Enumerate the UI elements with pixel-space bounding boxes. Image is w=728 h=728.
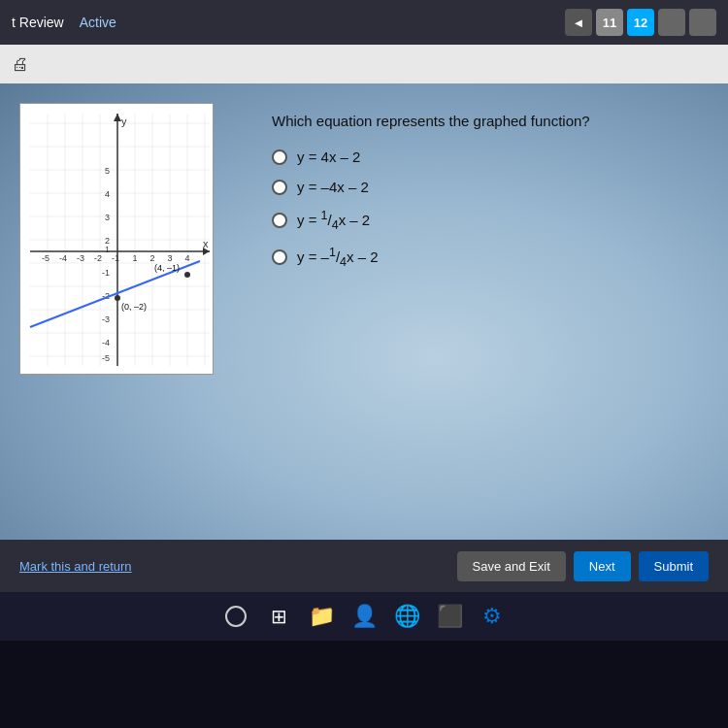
nav-placeholder	[658, 9, 685, 36]
nav-page11-button[interactable]: 11	[596, 9, 623, 36]
edge-icon[interactable]: 🌐	[393, 603, 420, 630]
svg-text:4: 4	[105, 189, 110, 199]
answer-option-3[interactable]: y = 1/4x – 2	[272, 209, 689, 232]
svg-text:(4, –1): (4, –1)	[154, 263, 180, 273]
mark-return-link[interactable]: Mark this and return	[19, 559, 132, 574]
radio-button-1[interactable]	[272, 149, 287, 165]
svg-text:4: 4	[184, 253, 189, 263]
question-text: Which equation represents the graphed fu…	[272, 113, 689, 129]
status-badge: Active	[80, 15, 116, 30]
svg-text:-5: -5	[102, 353, 110, 363]
bottom-space	[0, 641, 728, 728]
svg-text:-4: -4	[59, 253, 67, 263]
search-taskbar-icon[interactable]	[222, 603, 249, 630]
coordinate-graph: x y -5 -4 -3 -2 -1 1 2 3 4 5 4 3 2 1 -1 …	[20, 104, 215, 376]
svg-text:2: 2	[149, 253, 154, 263]
taskbar: ⊞ 📁 👤 🌐 ⬛ ⚙	[0, 592, 728, 641]
svg-text:3: 3	[105, 213, 110, 222]
svg-text:-1: -1	[112, 253, 119, 263]
option-label-1: y = 4x – 2	[297, 149, 360, 165]
radio-button-3[interactable]	[272, 213, 287, 228]
option-label-2: y = –4x – 2	[297, 179, 369, 195]
svg-text:1: 1	[132, 253, 137, 263]
answer-options: y = 4x – 2 y = –4x – 2 y = 1/4x – 2 y = …	[272, 149, 689, 269]
taskview-icon[interactable]: ⊞	[265, 603, 292, 630]
svg-text:-2: -2	[94, 253, 102, 263]
answer-option-2[interactable]: y = –4x – 2	[272, 179, 689, 195]
question-area: Which equation represents the graphed fu…	[252, 103, 709, 520]
nav-prev-button[interactable]: ◄	[565, 9, 592, 36]
answer-option-1[interactable]: y = 4x – 2	[272, 149, 689, 165]
svg-point-49	[184, 272, 190, 278]
svg-text:-4: -4	[102, 338, 110, 347]
nav-placeholder2	[689, 9, 716, 36]
bottom-bar: Mark this and return Save and Exit Next …	[0, 540, 728, 592]
svg-marker-24	[114, 114, 121, 121]
svg-text:y: y	[121, 116, 127, 127]
page-title: t Review	[12, 15, 64, 30]
submit-button[interactable]: Submit	[639, 551, 709, 581]
office-icon[interactable]: ⬛	[436, 603, 463, 630]
main-content: x y -5 -4 -3 -2 -1 1 2 3 4 5 4 3 2 1 -1 …	[0, 83, 728, 540]
teams-icon[interactable]: 👤	[350, 603, 378, 630]
nav-controls: ◄ 11 12	[565, 9, 716, 36]
graph-container: x y -5 -4 -3 -2 -1 1 2 3 4 5 4 3 2 1 -1 …	[19, 103, 214, 375]
svg-text:-1: -1	[102, 268, 110, 278]
svg-text:-3: -3	[102, 314, 110, 324]
svg-text:5: 5	[105, 166, 110, 176]
svg-text:1: 1	[105, 245, 110, 254]
files-icon[interactable]: 📁	[308, 603, 335, 630]
print-icon[interactable]: 🖨	[12, 54, 29, 75]
graph-area: x y -5 -4 -3 -2 -1 1 2 3 4 5 4 3 2 1 -1 …	[19, 103, 233, 520]
top-bar: t Review Active ◄ 11 12	[0, 0, 728, 45]
svg-text:3: 3	[167, 253, 172, 263]
action-buttons: Save and Exit Next Submit	[457, 551, 709, 581]
svg-text:x: x	[203, 238, 209, 249]
save-exit-button[interactable]: Save and Exit	[457, 551, 566, 581]
radio-button-2[interactable]	[272, 180, 287, 195]
toolbar-bar: 🖨	[0, 45, 728, 83]
svg-text:-3: -3	[77, 253, 84, 263]
svg-point-47	[115, 295, 120, 301]
next-button[interactable]: Next	[574, 551, 631, 581]
radio-button-4[interactable]	[272, 249, 287, 265]
answer-option-4[interactable]: y = –1/4x – 2	[272, 246, 689, 269]
nav-page12-button[interactable]: 12	[627, 9, 654, 36]
svg-text:-5: -5	[42, 253, 50, 263]
svg-text:(0, –2): (0, –2)	[121, 302, 147, 312]
outlook-icon[interactable]: ⚙	[479, 603, 506, 630]
option-label-3: y = 1/4x – 2	[297, 209, 370, 232]
option-label-4: y = –1/4x – 2	[297, 246, 379, 269]
